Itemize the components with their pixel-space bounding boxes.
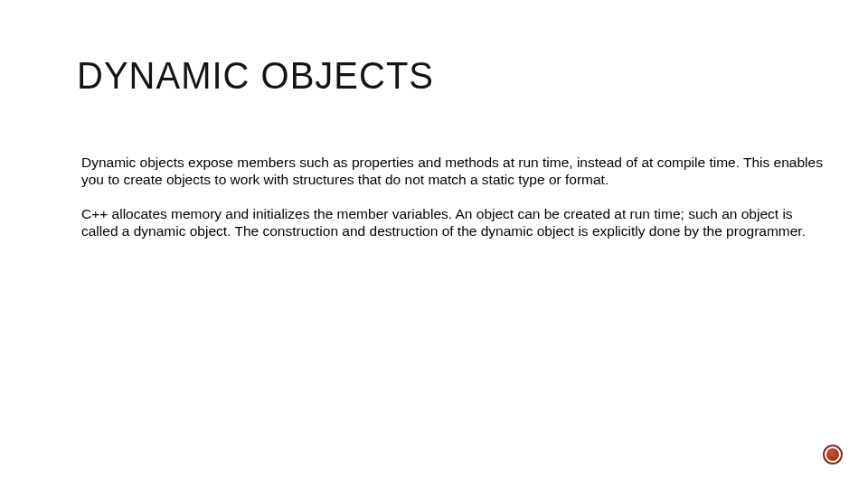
paragraph-1: Dynamic objects expose members such as p… — [81, 154, 823, 189]
slide-body: Dynamic objects expose members such as p… — [81, 154, 823, 257]
slide: DYNAMIC OBJECTS Dynamic objects expose m… — [0, 0, 868, 488]
circle-inner — [826, 448, 839, 461]
circle-dot-icon — [823, 445, 843, 465]
slide-title: DYNAMIC OBJECTS — [77, 54, 434, 97]
paragraph-2: C++ allocates memory and initializes the… — [81, 205, 823, 240]
